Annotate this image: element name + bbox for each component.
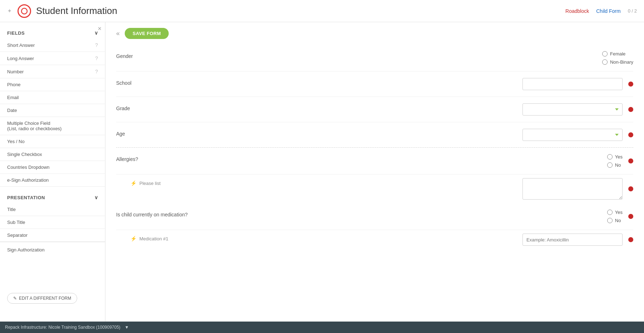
allergies-yes-radio[interactable] [607,154,613,160]
sidebar-item-multiple-choice[interactable]: Multiple Choice Field(List, radio or che… [0,117,105,135]
sidebar-item-label: Date [7,108,17,113]
age-row: Age [116,122,633,148]
save-form-button[interactable]: SAVE FORM [125,28,169,39]
sidebar-item-label: Separator [7,232,28,238]
bolt-icon: ✦ [7,8,12,14]
medication-radio-row: Yes No [195,210,633,223]
sidebar-item-label: Number [7,69,24,74]
sidebar-item-title[interactable]: Title [0,203,105,216]
school-field-content [195,78,633,90]
app-header: ✦ Student Information Roadblock Child Fo… [0,0,644,22]
medication-yes-option[interactable]: Yes [607,210,623,215]
gender-nonbinary-radio[interactable] [602,59,608,65]
gender-nonbinary-option[interactable]: Non-Binary [602,59,633,65]
grade-label: Grade [116,103,195,111]
form-area: Gender Female Non-Binary [105,45,644,249]
grade-row: Grade [116,97,633,122]
medication-yes-radio[interactable] [607,210,613,215]
sidebar-item-label: e-Sign Authorization [7,177,49,183]
sidebar-item-single-checkbox[interactable]: Single Checkbox [0,148,105,161]
age-required-dot [628,132,633,137]
sidebar-item-date[interactable]: Date [0,104,105,117]
presentation-chevron[interactable]: ∨ [94,195,98,200]
medication-no-option[interactable]: No [607,218,621,223]
grade-field-content [195,103,633,116]
age-input-row [195,129,633,141]
child-form-link[interactable]: Child Form [596,8,620,14]
sidebar-item-esign[interactable]: e-Sign Authorization [0,174,105,187]
medication-required-dot [628,214,633,219]
close-icon[interactable]: × [98,25,101,33]
svg-point-0 [21,8,27,14]
allergies-required-dot [628,158,633,163]
age-select[interactable] [522,129,623,141]
header-right: Roadblock Child Form 0 / 2 [565,8,637,14]
please-list-required-dot [628,186,633,191]
sidebar-item-countries-dropdown[interactable]: Countries Dropdown [0,161,105,174]
school-required-dot [628,82,633,87]
roadblock-link[interactable]: Roadblock [565,8,589,14]
gender-female-label: Female [610,51,625,57]
sidebar-item-separator[interactable]: Separator [0,229,105,242]
medication1-label: ⚡ Medication #1 [130,234,522,241]
allergies-row: Allergies? Yes No [116,148,633,175]
gender-female-option[interactable]: Female [602,51,625,57]
school-input[interactable] [522,78,623,90]
medication-row: Is child currently on medication? Yes No [116,203,633,230]
gender-row: Gender Female Non-Binary [116,45,633,72]
medication-no-label: No [615,218,621,223]
sidebar-item-long-answer[interactable]: Long Answer ? [0,52,105,65]
sign-authorization-section[interactable]: Sign Authorization [0,242,105,258]
sidebar-item-label: Long Answer [7,56,34,61]
sidebar-item-yes-no[interactable]: Yes / No [0,135,105,148]
school-row: School [116,72,633,97]
please-list-row: ⚡ Please list [116,175,633,203]
allergies-no-label: No [615,162,621,168]
bolt-icon: ⚡ [130,180,137,186]
edit-form-button[interactable]: ✎ EDIT A DIFFERENT FORM [7,293,77,304]
edit-icon: ✎ [13,296,17,301]
please-list-input-row [522,178,633,200]
medication1-row: ⚡ Medication #1 [116,230,633,249]
fields-label: FIELDS [7,30,25,36]
help-icon: ? [95,69,98,74]
please-list-textarea[interactable] [522,178,623,200]
medication1-input[interactable] [522,234,623,246]
sidebar-item-label: Phone [7,82,21,87]
sidebar-item-subtitle[interactable]: Sub Title [0,216,105,229]
grade-select[interactable] [522,103,623,116]
sidebar-item-label: Single Checkbox [7,152,42,157]
form-main: « SAVE FORM Gender Female Non-Binary [105,22,644,322]
sidebar-item-label: Title [7,207,16,212]
fields-chevron[interactable]: ∨ [94,30,98,36]
edit-form-label: EDIT A DIFFERENT FORM [19,296,71,301]
medication-field-content: Yes No [195,210,633,223]
logo-container: ✦ Student Information [7,4,117,18]
school-input-row [195,78,633,90]
logo-svg [21,8,28,15]
sidebar-item-number[interactable]: Number ? [0,65,105,78]
medication-no-radio[interactable] [607,218,613,223]
bolt-icon: ⚡ [130,236,137,241]
main-layout: × FIELDS ∨ Short Answer ? Long Answer ? … [0,22,644,322]
grade-required-dot [628,107,633,112]
medication1-text: Medication #1 [139,236,168,241]
sidebar-item-label: Yes / No [7,139,25,144]
age-label: Age [116,129,195,137]
sidebar-item-short-answer[interactable]: Short Answer ? [0,39,105,52]
collapse-button[interactable]: « [116,30,120,37]
please-list-text: Please list [139,181,160,186]
allergies-label: Allergies? [116,154,195,162]
sidebar-item-label: Sub Title [7,220,25,225]
gender-female-radio[interactable] [602,51,608,57]
gender-nonbinary-label: Non-Binary [610,59,633,65]
allergies-no-option[interactable]: No [607,162,621,168]
sidebar-item-phone[interactable]: Phone [0,78,105,91]
sidebar-item-email[interactable]: Email [0,91,105,104]
allergies-no-radio[interactable] [607,162,613,168]
allergies-yes-option[interactable]: Yes [607,154,623,160]
toolbar: « SAVE FORM [105,22,644,45]
gender-label: Gender [116,51,195,59]
medication-yes-label: Yes [615,210,623,215]
form-counter: 0 / 2 [628,8,637,14]
